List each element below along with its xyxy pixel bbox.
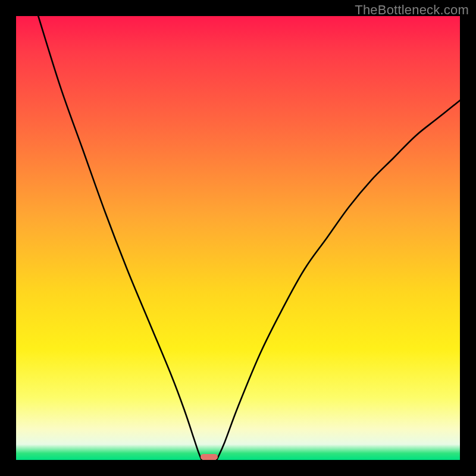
minimum-marker (201, 454, 218, 460)
bottleneck-curve (16, 16, 460, 460)
plot-area (16, 16, 460, 460)
watermark-text: TheBottleneck.com (355, 2, 469, 18)
chart-frame: TheBottleneck.com (0, 0, 476, 476)
